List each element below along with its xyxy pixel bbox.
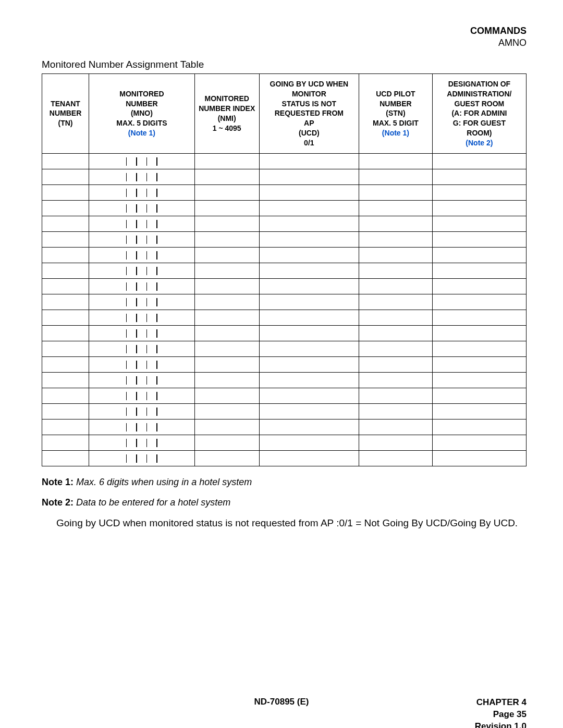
- col-header-dag: DESIGNATION OF ADMINISTRATION/ GUEST ROO…: [432, 73, 526, 153]
- cell-mno: [89, 326, 195, 341]
- digit-separator: [126, 267, 127, 275]
- cell-dag: [432, 201, 526, 216]
- digit-separator: [156, 454, 157, 463]
- cell-tn: [42, 404, 89, 419]
- digit-separator: [126, 314, 127, 322]
- cell-ucd: [259, 451, 359, 466]
- cell-mno: [89, 419, 195, 435]
- digit-separator: [156, 282, 157, 291]
- cell-stn: [359, 326, 433, 341]
- cell-dag: [432, 435, 526, 451]
- cell-mno: [89, 357, 195, 373]
- page-footer: ND-70895 (E) CHAPTER 4 Page 35 Revision …: [36, 697, 527, 707]
- cell-dag: [432, 248, 526, 263]
- note1-link[interactable]: (Note 1): [128, 129, 155, 137]
- cell-stn: [359, 169, 433, 185]
- digit-separator: [126, 251, 127, 260]
- cell-stn: [359, 201, 433, 216]
- page-header: COMMANDS AMNO: [42, 25, 527, 50]
- table-row: [42, 216, 527, 232]
- digit-separator: [156, 439, 157, 447]
- cell-ucd: [259, 232, 359, 248]
- cell-nmi: [194, 341, 259, 357]
- cell-nmi: [194, 279, 259, 294]
- cell-tn: [42, 388, 89, 404]
- table-row: [42, 310, 527, 326]
- cell-stn: [359, 388, 433, 404]
- cell-stn: [359, 341, 433, 357]
- digit-separator: [136, 408, 137, 416]
- cell-stn: [359, 232, 433, 248]
- cell-tn: [42, 419, 89, 435]
- digit-separator: [136, 376, 137, 385]
- footer-right-block: CHAPTER 4 Page 35 Revision 1.0: [475, 697, 527, 728]
- cell-tn: [42, 451, 89, 466]
- cell-tn: [42, 326, 89, 341]
- cell-dag: [432, 451, 526, 466]
- cell-dag: [432, 263, 526, 279]
- digit-separator: [126, 157, 127, 166]
- cell-nmi: [194, 232, 259, 248]
- digit-separator: [136, 298, 137, 306]
- digit-separator: [136, 173, 137, 181]
- cell-ucd: [259, 294, 359, 310]
- table-body: [42, 154, 527, 466]
- digit-separator: [136, 314, 137, 322]
- cell-mno: [89, 435, 195, 451]
- digit-separator: [156, 189, 157, 197]
- digit-separator: [156, 423, 157, 431]
- cell-mno: [89, 373, 195, 388]
- digit-separator: [156, 236, 157, 244]
- table-row: [42, 404, 527, 419]
- col-header-mno: MONITORED NUMBER (MNO) MAX. 5 DIGITS (No…: [89, 73, 195, 153]
- digit-separator: [146, 204, 148, 213]
- col-header-tn: TENANT NUMBER (TN): [42, 73, 89, 153]
- col-header-stn: UCD PILOT NUMBER (STN) MAX. 5 DIGIT (Not…: [359, 73, 433, 153]
- cell-stn: [359, 216, 433, 232]
- cell-tn: [42, 248, 89, 263]
- table-row: [42, 185, 527, 201]
- digit-separator: [156, 267, 157, 275]
- cell-nmi: [194, 201, 259, 216]
- note1-link[interactable]: (Note 1): [382, 129, 409, 137]
- digit-separator: [126, 361, 127, 369]
- cell-tn: [42, 154, 89, 169]
- cell-stn: [359, 357, 433, 373]
- table-row: [42, 263, 527, 279]
- table-row: [42, 201, 527, 216]
- digit-separator: [146, 361, 148, 369]
- digit-separator: [156, 361, 157, 369]
- cell-stn: [359, 435, 433, 451]
- cell-mno: [89, 279, 195, 294]
- cell-dag: [432, 185, 526, 201]
- cell-tn: [42, 294, 89, 310]
- digit-separator: [146, 408, 148, 416]
- amno-label: AMNO: [42, 37, 527, 49]
- digit-separator: [126, 282, 127, 291]
- cell-dag: [432, 154, 526, 169]
- cell-dag: [432, 216, 526, 232]
- digit-separator: [146, 236, 148, 244]
- note2-link[interactable]: (Note 2): [466, 139, 493, 147]
- digit-separator: [136, 329, 137, 338]
- digit-separator: [136, 361, 137, 369]
- cell-nmi: [194, 451, 259, 466]
- cell-dag: [432, 279, 526, 294]
- digit-separator: [156, 329, 157, 338]
- notes-block: Note 1: Max. 6 digits when using in a ho…: [42, 477, 527, 529]
- digit-separator: [136, 345, 137, 353]
- table-title: Monitored Number Assignment Table: [42, 59, 527, 70]
- assignment-table: TENANT NUMBER (TN) MONITORED NUMBER (MNO…: [42, 73, 527, 466]
- digit-separator: [136, 189, 137, 197]
- table-row: [42, 419, 527, 435]
- cell-tn: [42, 341, 89, 357]
- digit-separator: [126, 173, 127, 181]
- cell-nmi: [194, 263, 259, 279]
- table-row: [42, 326, 527, 341]
- digit-separator: [146, 220, 148, 228]
- cell-ucd: [259, 435, 359, 451]
- cell-stn: [359, 373, 433, 388]
- digit-separator: [156, 345, 157, 353]
- cell-nmi: [194, 404, 259, 419]
- cell-ucd: [259, 263, 359, 279]
